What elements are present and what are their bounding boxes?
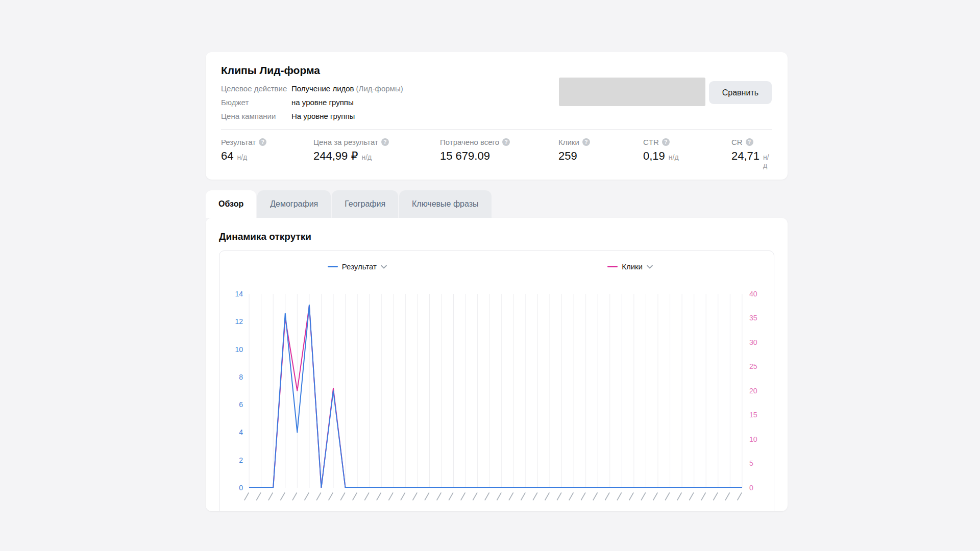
svg-text:35: 35 xyxy=(749,314,757,322)
stat-label: CTR xyxy=(643,138,659,146)
help-icon[interactable]: ? xyxy=(502,138,510,146)
tabs-bar: Обзор Демография География Ключевые фраз… xyxy=(206,190,788,218)
stat-value: 15 679.09 xyxy=(440,149,490,163)
help-icon[interactable]: ? xyxy=(746,138,753,146)
content-container: Клипы Лид-форма Целевое действие Получен… xyxy=(206,52,788,511)
stat-value: 244,99 ₽ xyxy=(313,149,358,163)
campaign-title: Клипы Лид-форма xyxy=(221,64,772,77)
field-extra: (Лид-формы) xyxy=(356,84,403,93)
chart-card: Динамика открутки Результат Клики 024681… xyxy=(206,218,788,511)
legend-clicks-line-swatch xyxy=(607,266,618,267)
field-label: Цена кампании xyxy=(221,111,291,121)
stat-result: Результат ? 64 н/д xyxy=(221,138,313,169)
svg-text:12: 12 xyxy=(235,317,243,325)
svg-text:0: 0 xyxy=(239,484,243,492)
svg-text:6: 6 xyxy=(239,400,243,409)
field-label: Бюджет xyxy=(221,97,291,107)
legend-clicks-dropdown[interactable]: Клики xyxy=(607,262,653,271)
help-icon[interactable]: ? xyxy=(381,138,389,146)
chevron-down-icon xyxy=(381,265,387,269)
field-label: Целевое действие xyxy=(221,84,291,93)
stat-suffix: н/д xyxy=(237,153,247,161)
compare-button[interactable]: Сравнить xyxy=(709,81,772,104)
stat-value: 64 xyxy=(221,149,233,163)
section-title: Динамика открутки xyxy=(219,231,774,242)
svg-text:10: 10 xyxy=(749,435,757,443)
stat-value: 24,71 xyxy=(731,149,760,163)
stat-label: Клики xyxy=(558,138,579,146)
stat-suffix: н/д xyxy=(669,153,679,161)
legend-result-line-swatch xyxy=(328,266,338,267)
svg-text:15: 15 xyxy=(749,411,757,419)
stat-label: Потрачено всего xyxy=(440,138,499,146)
chevron-down-icon xyxy=(647,265,653,269)
stats-row: Результат ? 64 н/д Цена за результат ? 2… xyxy=(221,129,772,169)
chart-box: Результат Клики 024681012140510152025303… xyxy=(219,251,774,511)
stat-cr: CR ? 24,71 н/д xyxy=(731,138,772,169)
help-icon[interactable]: ? xyxy=(259,138,266,146)
legend-clicks-label: Клики xyxy=(622,262,643,271)
stat-suffix: н/д xyxy=(763,153,772,169)
stat-value: 259 xyxy=(558,149,577,163)
svg-text:8: 8 xyxy=(239,373,243,381)
svg-text:2: 2 xyxy=(239,456,243,464)
tab-geography[interactable]: География xyxy=(332,190,398,218)
legend-result-label: Результат xyxy=(342,262,377,271)
svg-text:30: 30 xyxy=(749,338,757,346)
help-icon[interactable]: ? xyxy=(582,138,590,146)
svg-text:20: 20 xyxy=(749,387,757,395)
dynamics-line-chart: 024681012140510152025303540 xyxy=(219,279,774,511)
svg-text:10: 10 xyxy=(235,345,243,354)
tab-keywords[interactable]: Ключевые фразы xyxy=(399,190,492,218)
svg-text:0: 0 xyxy=(749,484,753,492)
stat-label: CR xyxy=(731,138,743,146)
campaign-card: Клипы Лид-форма Целевое действие Получен… xyxy=(206,52,788,180)
svg-text:5: 5 xyxy=(749,460,753,468)
field-value: на уровне группы xyxy=(291,97,354,107)
svg-text:14: 14 xyxy=(235,290,243,298)
stat-spent-total: Потрачено всего ? 15 679.09 xyxy=(440,138,558,169)
chart-legend: Результат Клики xyxy=(219,260,774,279)
stat-clicks: Клики ? 259 xyxy=(558,138,643,169)
stat-suffix: н/д xyxy=(361,153,372,161)
legend-result-dropdown[interactable]: Результат xyxy=(328,262,387,271)
field-campaign-price: Цена кампании На уровне группы xyxy=(221,111,772,121)
stat-ctr: CTR ? 0,19 н/д xyxy=(643,138,731,169)
tab-demographics[interactable]: Демография xyxy=(257,190,331,218)
svg-text:25: 25 xyxy=(749,363,757,371)
stat-cost-per-result: Цена за результат ? 244,99 ₽ н/д xyxy=(313,138,440,169)
svg-text:40: 40 xyxy=(749,290,757,298)
field-value: Получение лидов xyxy=(291,84,354,93)
help-icon[interactable]: ? xyxy=(662,138,670,146)
stat-label: Цена за результат xyxy=(313,138,378,146)
field-value: На уровне группы xyxy=(291,111,355,121)
svg-text:4: 4 xyxy=(239,428,243,436)
stat-label: Результат xyxy=(221,138,256,146)
stat-value: 0,19 xyxy=(643,149,665,163)
redacted-text-block xyxy=(559,78,705,106)
tab-overview[interactable]: Обзор xyxy=(206,190,256,218)
